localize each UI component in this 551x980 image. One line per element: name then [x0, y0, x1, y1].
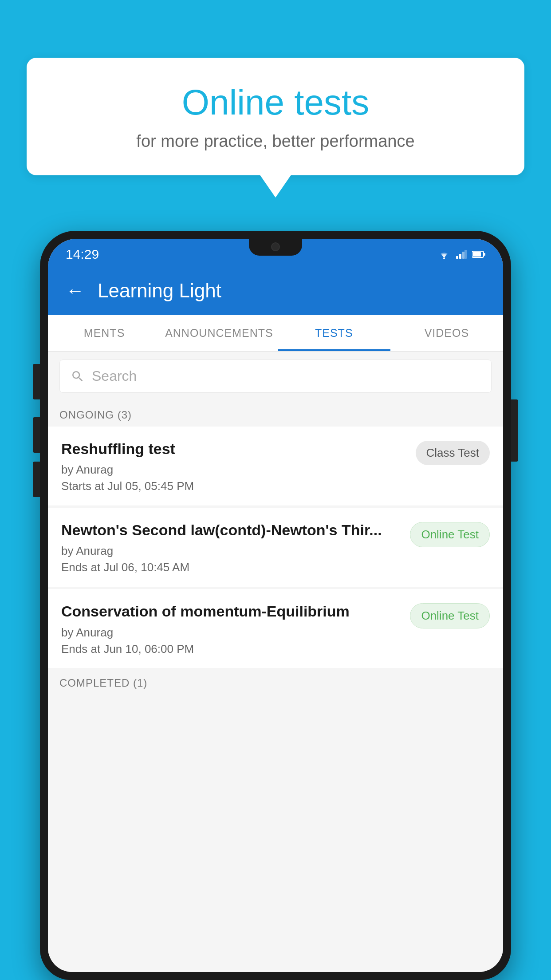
tabs-bar: MENTS ANNOUNCEMENTS TESTS VIDEOS [48, 315, 503, 352]
tab-tests[interactable]: TESTS [278, 315, 390, 351]
test-badge-2: Online Test [410, 522, 490, 547]
test-date-2: Ends at Jul 06, 10:45 AM [61, 561, 401, 574]
speech-bubble-subtitle: for more practice, better performance [53, 132, 498, 151]
svg-rect-1 [456, 256, 458, 259]
phone-outer: 14:29 [40, 231, 511, 980]
wifi-icon [437, 249, 451, 259]
speech-bubble-title: Online tests [53, 82, 498, 123]
search-icon [71, 369, 85, 383]
completed-section-header: COMPLETED (1) [48, 671, 503, 693]
list-content: ONGOING (3) Reshuffling test by Anurag S… [48, 401, 503, 972]
test-by-1: by Anurag [61, 463, 407, 477]
battery-icon [472, 250, 485, 258]
svg-rect-4 [464, 250, 467, 259]
test-by-2: by Anurag [61, 544, 401, 558]
test-card-2[interactable]: Newton's Second law(contd)-Newton's Thir… [48, 508, 503, 587]
test-info-2: Newton's Second law(contd)-Newton's Thir… [61, 520, 410, 574]
status-time: 14:29 [66, 247, 99, 262]
svg-rect-2 [459, 254, 461, 259]
app-bar-title: Learning Light [98, 280, 221, 302]
search-input-wrap[interactable]: Search [59, 360, 492, 393]
test-title-2: Newton's Second law(contd)-Newton's Thir… [61, 520, 401, 540]
tab-announcements[interactable]: ANNOUNCEMENTS [161, 315, 278, 351]
test-title-3: Conservation of momentum-Equilibrium [61, 601, 401, 621]
test-badge-3: Online Test [410, 603, 490, 628]
status-icons [437, 249, 485, 259]
test-by-3: by Anurag [61, 626, 401, 640]
ongoing-section-header: ONGOING (3) [48, 401, 503, 427]
test-info-3: Conservation of momentum-Equilibrium by … [61, 601, 410, 656]
search-placeholder: Search [92, 368, 137, 384]
test-card-1[interactable]: Reshuffling test by Anurag Starts at Jul… [48, 427, 503, 506]
phone-notch [249, 239, 302, 256]
svg-point-0 [443, 257, 445, 259]
app-bar: ← Learning Light [48, 266, 503, 315]
camera [271, 242, 280, 251]
test-info-1: Reshuffling test by Anurag Starts at Jul… [61, 439, 416, 493]
test-badge-1: Class Test [416, 441, 490, 465]
phone-screen: 14:29 [48, 239, 503, 972]
test-date-1: Starts at Jul 05, 05:45 PM [61, 479, 407, 493]
speech-bubble-container: Online tests for more practice, better p… [27, 58, 524, 175]
test-date-3: Ends at Jun 10, 06:00 PM [61, 642, 401, 656]
phone-container: 14:29 [40, 231, 511, 980]
svg-rect-3 [462, 252, 464, 259]
svg-rect-7 [484, 253, 485, 256]
search-container: Search [48, 352, 503, 401]
test-card-3[interactable]: Conservation of momentum-Equilibrium by … [48, 589, 503, 668]
tab-ments[interactable]: MENTS [48, 315, 161, 351]
svg-rect-6 [473, 252, 481, 257]
test-title-1: Reshuffling test [61, 439, 407, 458]
back-button[interactable]: ← [66, 280, 84, 301]
speech-bubble: Online tests for more practice, better p… [27, 58, 524, 175]
tab-videos[interactable]: VIDEOS [390, 315, 503, 351]
signal-icon [456, 250, 467, 259]
